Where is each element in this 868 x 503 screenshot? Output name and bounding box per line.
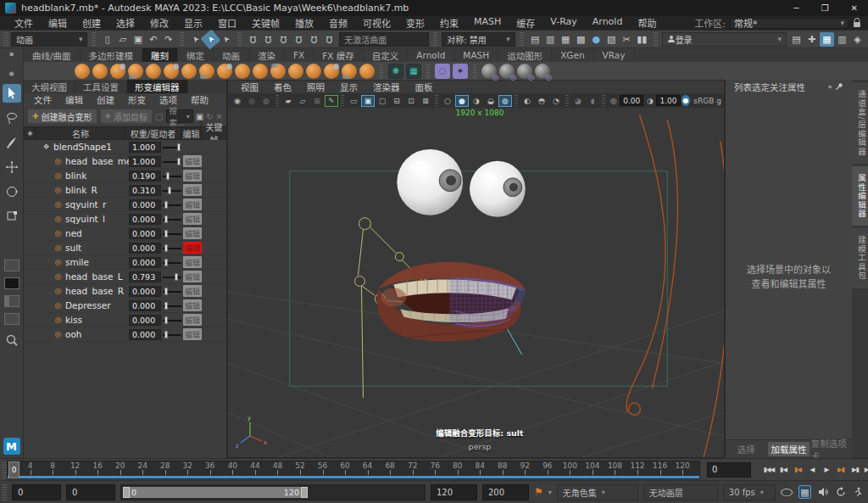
eye-icon[interactable]: ◉ [24,130,36,137]
viewport-menu-0[interactable]: 视图 [233,81,266,93]
modeling-toolkit-toggle-icon[interactable]: ◈ [850,32,865,47]
range-slider[interactable]: 0 120 [120,484,426,500]
go-to-end-button[interactable]: ▶▶▮ [864,463,868,477]
eyeball-right[interactable] [470,161,526,217]
update-view-icon[interactable] [834,485,847,499]
shelf-tab-4[interactable]: 动画 [214,48,249,62]
playback-start-field[interactable]: 0 [66,484,115,500]
target-name[interactable]: ooh [64,329,129,339]
slider-handle[interactable] [164,259,168,266]
sculpt-flatten-icon[interactable] [164,64,179,79]
target-name[interactable]: head_base_mes [64,156,129,166]
menu-8[interactable]: 播放 [287,16,321,30]
wireframe-on-shaded-icon[interactable]: ◍ [498,95,512,107]
edit-target-button[interactable]: 编辑 [183,271,202,282]
current-frame-field[interactable]: 0 [707,462,751,478]
outliner-persp-layout-button[interactable] [4,295,19,307]
weight-value-field[interactable]: 1.000 [129,156,161,167]
slider-handle[interactable] [177,143,181,151]
edit-target-button[interactable]: 编辑 [183,184,202,196]
xray-icon[interactable]: ◕ [571,95,585,107]
target-name[interactable]: head_base_L [64,271,129,282]
field-chart-icon[interactable]: ⊟ [390,95,403,107]
step-back-frame-button[interactable]: ▮◀ [792,463,804,477]
resolution-gate-icon[interactable]: ▣ [361,95,375,107]
animation-end-field[interactable]: 200 [482,484,529,500]
symmetry-selector[interactable]: 对称: 禁用▾ [442,32,515,47]
edit-target-button[interactable]: 编辑 [183,256,202,268]
mute-audio-icon[interactable] [816,485,829,499]
viewport-menu-1[interactable]: 着色 [266,81,299,93]
render-current-frame-icon[interactable]: ▥ [543,32,558,47]
slider-handle[interactable] [164,288,168,295]
weight-slider[interactable] [162,185,182,196]
sculpt-grab-icon[interactable] [128,64,143,79]
shelf-tab-11[interactable]: 运动图形 [498,48,552,62]
sculpt-smooth-icon[interactable] [92,64,108,79]
select-tool[interactable] [3,84,21,103]
isolate-select-icon[interactable]: ◖ [586,95,599,107]
weight-value-field[interactable]: 0.000 [129,243,161,254]
menu-7[interactable]: 关键帧 [244,16,287,30]
menu-1[interactable]: 编辑 [41,16,75,30]
range-end-handle[interactable] [301,487,308,498]
exposure-field[interactable]: 0.00 [620,95,643,106]
slider-handle[interactable] [164,201,168,209]
slider-handle[interactable] [164,316,168,324]
shelf-menu-icon[interactable]: ▪ [9,50,14,58]
weight-slider[interactable] [162,228,182,239]
scale-tool[interactable] [3,207,21,226]
camera-attributes-icon[interactable]: ◍ [259,95,273,107]
sculpt-repeat-icon[interactable] [217,64,232,79]
shelf-tab-0[interactable]: 曲线/曲面 [24,48,81,62]
menu-12[interactable]: 约束 [432,16,466,30]
safe-action-icon[interactable]: ⊡ [404,95,418,107]
slider-handle[interactable] [164,302,168,310]
sculpt-spray-icon[interactable] [199,64,214,79]
undo-icon[interactable]: ↶ [146,32,160,47]
weight-value-field[interactable]: 0.000 [129,300,161,311]
paint-select-tool[interactable] [3,133,21,152]
menu-0[interactable]: 文件 [7,16,41,30]
two-pane-layout-button[interactable] [4,313,19,325]
edit-target-button[interactable]: 编辑 [183,198,202,210]
nurbs-curves[interactable] [626,115,724,457]
xgen-editor-icon[interactable]: ▦ [406,64,421,79]
viewport-menu-5[interactable]: 面板 [408,81,441,93]
rotate-tool[interactable] [3,182,21,201]
sculpt-pinch-icon[interactable] [146,64,161,79]
menu-16[interactable]: Arnold [585,16,631,30]
weight-value-field[interactable]: 1.000 [129,142,161,153]
blend-shape-row-blink_R[interactable]: ◎blink_R0.310编辑 [24,183,226,198]
single-pane-layout-button[interactable] [4,260,19,271]
sculpt-smear-icon[interactable] [324,64,339,79]
render-ball-icon[interactable]: ● [589,32,604,47]
go-to-start-button[interactable]: ▮◀◀ [763,463,775,477]
playhead[interactable]: 0 [8,461,19,478]
render-settings-icon[interactable]: ▧ [604,32,619,47]
panel-tab-0[interactable]: 大纲视图 [24,80,75,93]
search-input[interactable]: 搜索... ▾ [166,109,193,123]
shelf-tab-10[interactable]: MASH [454,48,498,62]
weight-slider[interactable] [162,329,182,340]
bookmark-icon[interactable]: ▰ [281,95,295,107]
panel-tab-2[interactable]: 形变编辑器 [127,80,188,93]
blend-shape-row-head_base_R[interactable]: ◎head_base_R0.000编辑 [24,284,226,299]
title-bar[interactable]: headblank7.mb* - Autodesk MAYA 2023: E:\… [0,0,868,16]
gamma-icon[interactable]: ◑ [644,95,655,107]
bookmark-icon[interactable]: ⚑ [534,486,543,498]
viewport-canvas[interactable]: y x z 1920 x 1080 编辑融合变形目标: sult persp [228,108,724,457]
shelf-tab-1[interactable]: 多边形建模 [81,48,143,62]
weight-slider[interactable] [162,142,182,153]
maximize-button[interactable]: ❐ [821,3,829,13]
target-name[interactable]: blendShape1 [52,142,129,152]
wireframe-icon[interactable]: ○ [441,95,454,107]
weight-slider[interactable] [162,214,182,225]
edit-target-button[interactable]: 编辑 [183,227,202,239]
target-name[interactable]: kiss [64,315,129,325]
range-grip[interactable] [2,483,7,501]
edit-target-button[interactable]: 编辑 [183,328,202,340]
channel-box-layer-editor-tab[interactable]: 通道盒/层编辑器 [852,82,868,164]
cached-playback-toggle-icon[interactable]: ▦ [798,485,811,499]
target-name[interactable]: Depresser [64,300,129,310]
